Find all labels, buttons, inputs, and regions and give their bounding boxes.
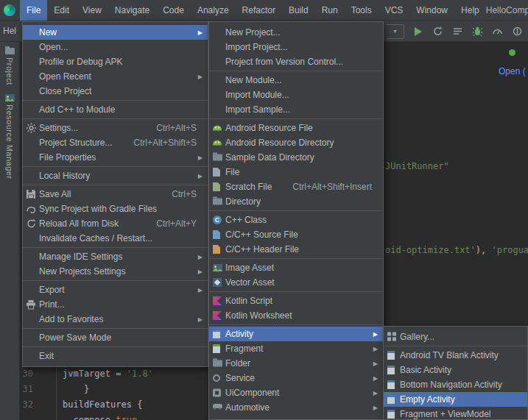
menubar-item-file[interactable]: File — [20, 0, 47, 21]
new-menu-item-uicomponent[interactable]: UiComponent▶ — [209, 385, 383, 400]
file-menu-item-manage-ide-settings[interactable]: Manage IDE Settings▶ — [23, 249, 208, 264]
new-menu-item-import-module[interactable]: Import Module... — [209, 88, 383, 102]
menubar-item-view[interactable]: View — [76, 0, 108, 21]
menubar-item-code[interactable]: Code — [156, 0, 191, 21]
new-menu-item-folder[interactable]: Folder▶ — [209, 356, 383, 371]
new-menu-item-android-resource-directory[interactable]: Android Resource Directory — [209, 135, 383, 150]
new-menu-item-kotlin-worksheet[interactable]: Kotlin Worksheet — [209, 308, 383, 323]
tool-window-resource-manager[interactable]: Resource Manager — [5, 104, 14, 179]
run-config-chevron-icon[interactable]: ▼ — [387, 24, 404, 39]
new-menu-item-new-project[interactable]: New Project... — [209, 25, 383, 40]
new-menu-item-automotive[interactable]: Automotive▶ — [209, 400, 383, 415]
file-menu-item-reload-all-from-disk[interactable]: Reload All from DiskCtrl+Alt+Y — [23, 216, 208, 231]
submenu-arrow-icon: ▶ — [373, 346, 378, 352]
new-menu-item-service[interactable]: Service▶ — [209, 371, 383, 385]
menubar-item-tools[interactable]: Tools — [345, 0, 379, 21]
menubar-item-navigate[interactable]: Navigate — [108, 0, 156, 21]
new-menu-item-fragment[interactable]: Fragment▶ — [209, 341, 383, 356]
debug-button[interactable] — [471, 25, 484, 38]
file-menu-item-open[interactable]: Open... — [23, 40, 208, 54]
new-menu-item-sample-data-directory[interactable]: Sample Data Directory — [209, 150, 383, 165]
activity-menu-item-bottom-navigation-activity[interactable]: Bottom Navigation Activity — [384, 377, 527, 392]
activity-template-icon — [387, 380, 395, 389]
resource-manager-tool-window-icon[interactable] — [5, 94, 15, 102]
folder-icon — [213, 199, 222, 205]
new-menu-item-cpp-class[interactable]: C++ Class — [209, 213, 383, 227]
new-menu-item-file[interactable]: File — [209, 165, 383, 179]
new-menu-item-scratch-file[interactable]: Scratch FileCtrl+Alt+Shift+Insert — [209, 179, 383, 194]
file-menu-item-profile-or-debug-apk[interactable]: Profile or Debug APK — [23, 54, 208, 69]
android-studio-window: Open ( JUnitRunner" oid-optimize.txt'), … — [0, 0, 528, 420]
file-menu-item-new-projects-settings[interactable]: New Projects Settings▶ — [23, 264, 208, 279]
run-list-icon — [452, 26, 463, 37]
new-menu-item-image-asset[interactable]: Image Asset — [209, 260, 383, 275]
menu-separator — [209, 258, 383, 259]
file-menu-item-add-cpp-to-module[interactable]: Add C++ to Module — [23, 102, 208, 117]
open-link[interactable]: Open ( — [499, 66, 526, 76]
code-line[interactable]: buildFeatures { — [63, 399, 142, 410]
android-resource-directory-icon — [213, 140, 222, 146]
line-number: 31 — [21, 384, 33, 394]
activity-menu-item-basic-activity[interactable]: Basic Activity — [384, 363, 527, 377]
menubar-item-build[interactable]: Build — [282, 0, 315, 21]
menubar-item-window[interactable]: Window — [409, 0, 454, 21]
menubar-item-edit[interactable]: Edit — [47, 0, 76, 21]
file-menu-item-open-recent[interactable]: Open Recent▶ — [23, 69, 208, 84]
activity-menu-item-fragment-viewmodel[interactable]: Fragment + ViewModel — [384, 407, 527, 420]
code-line[interactable]: jvmTarget = '1.8' — [63, 369, 153, 380]
breadcrumb[interactable]: Hel — [3, 21, 16, 42]
file-menu-item-print[interactable]: Print... — [23, 297, 208, 312]
menubar-item-refactor[interactable]: Refactor — [236, 0, 282, 21]
sync-button[interactable] — [432, 25, 444, 38]
menu-separator — [209, 324, 383, 325]
file-menu-item-close-project[interactable]: Close Project — [23, 84, 208, 99]
code-line[interactable]: compose true — [63, 415, 137, 420]
new-menu-item-android-resource-file[interactable]: Android Resource File — [209, 121, 383, 135]
menubar-item-help[interactable]: Help — [454, 0, 486, 21]
menubar-item-analyze[interactable]: Analyze — [191, 0, 236, 21]
file-menu-item-sync-project-with-gradle-files[interactable]: Sync Project with Gradle Files — [23, 202, 208, 216]
file-menu-item-save-all[interactable]: Save AllCtrl+S — [23, 187, 208, 202]
new-menu-item-directory[interactable]: Directory — [209, 194, 383, 209]
notification-dot-icon[interactable] — [509, 49, 515, 56]
file-menu-item-export[interactable]: Export▶ — [23, 282, 208, 297]
new-menu-item-cpp-header-file[interactable]: C/C++ Header File — [209, 242, 383, 257]
new-menu-item-cpp-source-file[interactable]: C/C++ Source File — [209, 227, 383, 242]
submenu-arrow-icon: ▶ — [198, 287, 203, 293]
activity-menu-item-gallery[interactable]: Gallery... — [384, 330, 527, 344]
attach-debugger-button[interactable] — [511, 25, 524, 38]
new-menu-item-import-sample[interactable]: Import Sample... — [209, 102, 383, 117]
menubar-item-run[interactable]: Run — [315, 0, 345, 21]
file-menu-item-file-properties[interactable]: File Properties▶ — [23, 150, 208, 165]
run-list-button[interactable] — [451, 25, 464, 38]
submenu-arrow-icon: ▶ — [198, 154, 203, 161]
activity-icon — [213, 330, 220, 338]
run-button[interactable] — [412, 25, 424, 38]
file-menu-item-invalidate-caches[interactable]: Invalidate Caches / Restart... — [23, 231, 208, 246]
new-menu-item-project-from-version-control[interactable]: Project from Version Control... — [209, 54, 383, 69]
file-menu-item-settings[interactable]: Settings...Ctrl+Alt+S — [23, 121, 208, 135]
file-menu-item-project-structure[interactable]: Project Structure...Ctrl+Alt+Shift+S — [23, 135, 208, 150]
activity-menu-item-android-tv-blank-activity[interactable]: Android TV Blank Activity — [384, 348, 527, 363]
new-menu-item-vector-asset[interactable]: Vector Asset — [209, 275, 383, 290]
submenu-arrow-icon: ▶ — [373, 390, 378, 396]
activity-menu-item-empty-activity[interactable]: Empty Activity — [384, 392, 527, 407]
new-menu-item-activity[interactable]: Activity▶ — [209, 327, 383, 341]
file-menu-item-local-history[interactable]: Local History▶ — [23, 168, 208, 183]
file-menu-item-add-to-favorites[interactable]: Add to Favorites▶ — [23, 312, 208, 327]
project-tool-window-icon[interactable] — [5, 48, 15, 54]
file-menu-item-new[interactable]: New▶ — [23, 25, 208, 40]
refresh-icon — [26, 218, 37, 229]
uicomponent-icon — [213, 389, 221, 397]
cpp-source-file-icon — [213, 230, 220, 239]
tool-window-project[interactable]: Project — [5, 57, 14, 85]
new-menu-item-import-project[interactable]: Import Project... — [209, 40, 383, 54]
file-menu-item-power-save-mode[interactable]: Power Save Mode — [23, 330, 208, 345]
bug-icon — [472, 26, 483, 37]
menubar-item-vcs[interactable]: VCS — [379, 0, 410, 21]
new-menu-item-new-module[interactable]: New Module... — [209, 73, 383, 88]
profiler-button[interactable] — [491, 25, 504, 38]
new-menu-item-kotlin-script[interactable]: Kotlin Script — [209, 293, 383, 308]
code-line[interactable]: } — [63, 384, 89, 395]
file-menu-item-exit[interactable]: Exit — [23, 349, 208, 363]
